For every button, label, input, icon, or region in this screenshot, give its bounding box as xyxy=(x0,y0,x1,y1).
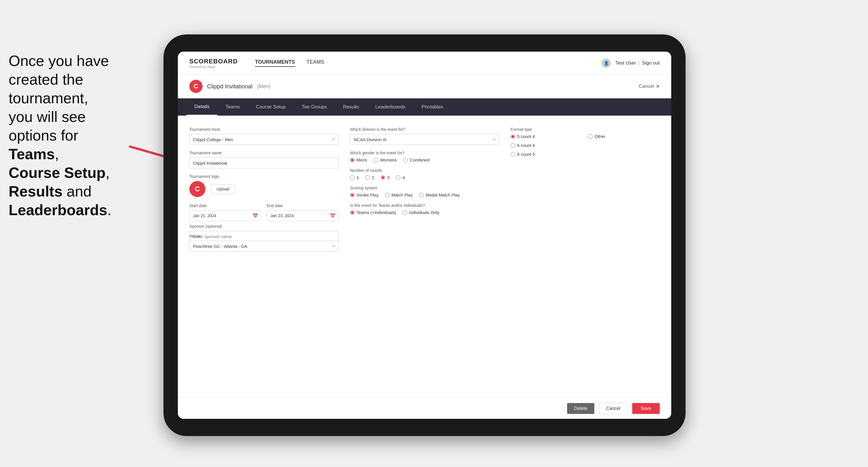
format-empty-cell xyxy=(588,143,660,148)
sign-out-link[interactable]: Sign out xyxy=(642,60,660,66)
teams-radio-group: Teams (+Individuals) Individuals Only xyxy=(350,210,499,215)
tournament-type: (Men) xyxy=(257,84,271,90)
rounds-4-radio[interactable] xyxy=(396,175,400,180)
gender-combined-option[interactable]: Combined xyxy=(403,157,429,162)
gender-section: Which gender is the event for? Mens Wome… xyxy=(350,148,499,165)
tab-teams[interactable]: Teams xyxy=(217,98,248,116)
rounds-3-radio[interactable] xyxy=(381,175,385,180)
cancel-top-button[interactable]: Cancel ✕ xyxy=(639,84,660,90)
tablet-screen: SCOREBOARD Powered by clippd TOURNAMENTS… xyxy=(178,52,671,419)
scoring-stroke-radio[interactable] xyxy=(350,193,354,197)
scoring-stroke-option[interactable]: Stroke Play xyxy=(350,192,379,197)
format-6count4-radio[interactable] xyxy=(510,143,515,148)
format-section: Format type 5 count 4 Other xyxy=(510,124,660,159)
gender-combined-label: Combined xyxy=(410,157,429,162)
save-button[interactable]: Save xyxy=(632,403,660,414)
teams-plus-label: Teams (+Individuals) xyxy=(356,210,396,215)
rounds-section: Number of rounds 1 2 xyxy=(350,165,499,183)
format-5count4-option[interactable]: 5 count 4 xyxy=(510,134,582,139)
tournament-name-input[interactable] xyxy=(189,157,339,168)
form-column-1: Tournament Host Clippd College - Men Tou… xyxy=(189,124,339,254)
rounds-2-option[interactable]: 2 xyxy=(365,175,374,180)
gender-combined-radio[interactable] xyxy=(403,158,408,162)
division-select[interactable]: NCAA Division III xyxy=(350,134,499,145)
tab-course-setup[interactable]: Course Setup xyxy=(248,98,294,116)
upload-button[interactable]: Upload xyxy=(211,184,235,194)
tab-details[interactable]: Details xyxy=(186,98,217,116)
tournament-host-select[interactable]: Clippd College - Men xyxy=(189,134,339,145)
tournament-logo-section: Tournament logo C Upload xyxy=(189,171,339,200)
scoring-medal-option[interactable]: Medal Match Play xyxy=(419,192,460,197)
venue-select[interactable]: Peachtree GC - Atlanta - GA xyxy=(189,241,339,252)
tabs-bar: Details Teams Course Setup Tee Groups Re… xyxy=(178,98,671,116)
sponsor-label: Sponsor (optional) xyxy=(189,224,339,229)
scoring-medal-label: Medal Match Play xyxy=(426,192,460,197)
scoring-match-label: Match Play xyxy=(392,192,413,197)
tab-tee-groups[interactable]: Tee Groups xyxy=(294,98,335,116)
individuals-only-option[interactable]: Individuals Only xyxy=(402,210,439,215)
tournament-host-label: Tournament Host xyxy=(189,127,339,132)
end-date-input[interactable] xyxy=(267,210,339,221)
format-6count4-option[interactable]: 6 count 4 xyxy=(510,143,582,148)
scoring-medal-radio[interactable] xyxy=(419,193,424,197)
division-label: Which division is the event for? xyxy=(350,127,499,132)
tournament-header: C Clippd Invitational (Men) Cancel ✕ xyxy=(178,74,671,98)
end-date-section: End date 📅 xyxy=(267,204,339,221)
tournament-name-label: Clippd Invitational xyxy=(207,83,252,90)
division-section: Which division is the event for? NCAA Di… xyxy=(350,124,499,148)
start-date-input[interactable] xyxy=(189,210,261,221)
logo-title: SCOREBOARD xyxy=(189,58,238,65)
tab-leaderboards[interactable]: Leaderboards xyxy=(368,98,414,116)
nav-teams[interactable]: TEAMS xyxy=(307,59,324,67)
tournament-name-label: Tournament name xyxy=(189,151,339,155)
cancel-button[interactable]: Cancel xyxy=(599,403,628,414)
format-options-grid: 5 count 4 Other 6 count 4 xyxy=(510,134,660,157)
tablet-frame: SCOREBOARD Powered by clippd TOURNAMENTS… xyxy=(163,34,686,436)
logo-subtitle: Powered by clippd xyxy=(189,65,238,68)
main-content: Tournament Host Clippd College - Men Tou… xyxy=(178,116,671,398)
gender-mens-label: Mens xyxy=(356,157,367,162)
tab-printables[interactable]: Printables xyxy=(414,98,452,116)
sponsor-input[interactable] xyxy=(189,231,339,242)
tournament-logo-circle: C xyxy=(189,80,203,93)
format-label: Format type xyxy=(510,127,660,132)
teams-plus-option[interactable]: Teams (+Individuals) xyxy=(350,210,396,215)
gender-womens-option[interactable]: Womens xyxy=(373,157,397,162)
form-column-2: Which division is the event for? NCAA Di… xyxy=(350,124,499,254)
tournament-name-section: Tournament name xyxy=(189,148,339,171)
sponsor-section: Sponsor (optional) xyxy=(189,221,339,227)
format-6count5-radio[interactable] xyxy=(510,152,515,157)
tab-results[interactable]: Results xyxy=(335,98,368,116)
delete-button[interactable]: Delete xyxy=(567,403,594,414)
gender-mens-option[interactable]: Mens xyxy=(350,157,367,162)
logo-area: SCOREBOARD Powered by clippd xyxy=(189,58,238,68)
gender-mens-radio[interactable] xyxy=(350,158,354,162)
teams-plus-radio[interactable] xyxy=(350,210,354,215)
gender-womens-radio[interactable] xyxy=(373,158,378,162)
format-other-label: Other xyxy=(595,134,606,139)
tournament-host-section: Tournament Host Clippd College - Men xyxy=(189,124,339,148)
user-name: Test User xyxy=(615,60,636,66)
end-date-label: End date xyxy=(267,204,339,208)
format-other-radio[interactable] xyxy=(588,134,593,139)
rounds-4-option[interactable]: 4 xyxy=(396,175,405,180)
teams-section: Is this event for Teams and/or Individua… xyxy=(350,200,499,218)
individuals-only-radio[interactable] xyxy=(402,210,407,215)
rounds-1-option[interactable]: 1 xyxy=(350,175,359,180)
scoring-match-option[interactable]: Match Play xyxy=(385,192,413,197)
nav-tournaments[interactable]: TOURNAMENTS xyxy=(255,59,295,67)
format-6count5-option[interactable]: 6 count 5 xyxy=(510,152,582,157)
scoring-stroke-label: Stroke Play xyxy=(356,192,379,197)
logo-upload-row: C Upload xyxy=(189,181,339,197)
rounds-1-radio[interactable] xyxy=(350,175,354,180)
rounds-1-label: 1 xyxy=(356,175,359,180)
rounds-2-radio[interactable] xyxy=(365,175,370,180)
format-other-option[interactable]: Other xyxy=(588,134,660,139)
rounds-radio-group: 1 2 3 4 xyxy=(350,175,499,180)
rounds-3-option[interactable]: 3 xyxy=(381,175,390,180)
format-5count4-radio[interactable] xyxy=(510,134,515,139)
user-avatar: 👤 xyxy=(601,59,611,68)
nav-separator: | xyxy=(638,60,640,66)
top-nav: SCOREBOARD Powered by clippd TOURNAMENTS… xyxy=(178,52,671,74)
scoring-match-radio[interactable] xyxy=(385,193,390,197)
